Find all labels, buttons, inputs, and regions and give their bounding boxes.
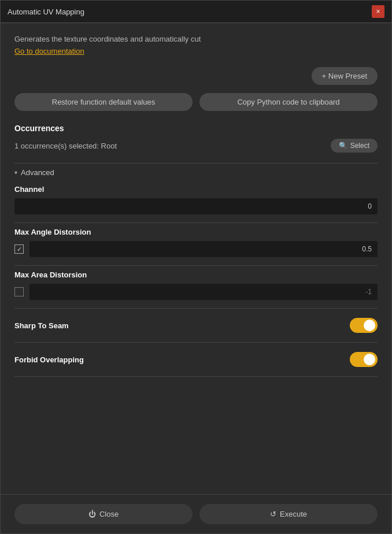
chevron-down-icon: ▾ [14, 169, 17, 176]
top-actions: + New Preset [14, 67, 378, 85]
divider-2 [14, 222, 378, 223]
max-area-slider-row: -1 [14, 284, 378, 300]
sharp-to-seam-label: Sharp To Seam [14, 321, 69, 330]
max-angle-checkbox[interactable] [14, 244, 24, 254]
forbid-overlapping-label: Forbid Overlapping [14, 355, 84, 364]
max-angle-label: Max Angle Distorsion [14, 228, 378, 236]
max-angle-slider-row: 0.5 [14, 241, 378, 257]
advanced-toggle[interactable]: ▾ Advanced [14, 168, 378, 177]
occurrences-text: 1 occurrence(s) selected: Root [14, 142, 117, 150]
max-area-slider-track[interactable]: -1 [29, 284, 378, 300]
forbid-overlapping-toggle[interactable] [350, 352, 378, 367]
divider-3 [14, 265, 378, 266]
window-title: Automatic UV Mapping [8, 8, 84, 16]
divider-6 [14, 376, 378, 377]
max-angle-slider-track[interactable]: 0.5 [29, 241, 378, 257]
forbid-overlapping-knob [364, 354, 375, 365]
channel-slider-track[interactable]: 0 [14, 198, 378, 214]
channel-slider-row: 0 [14, 198, 378, 214]
copy-python-button[interactable]: Copy Python code to clipboard [199, 93, 378, 111]
select-label: Select [350, 142, 369, 150]
max-area-checkbox[interactable] [14, 287, 24, 296]
documentation-link[interactable]: Go to documentation [14, 47, 378, 55]
search-icon: 🔍 [339, 142, 347, 150]
divider-1 [14, 163, 378, 164]
max-area-label: Max Area Distorsion [14, 270, 378, 279]
execute-button[interactable]: ↺ Execute [199, 504, 378, 524]
sharp-to-seam-toggle[interactable] [350, 318, 378, 333]
divider-4 [14, 308, 378, 309]
window-close-button[interactable]: × [372, 5, 384, 18]
restore-defaults-button[interactable]: Restore function default values [14, 93, 193, 111]
title-bar: Automatic UV Mapping × [1, 1, 391, 23]
max-area-value: -1 [365, 288, 372, 296]
new-preset-button[interactable]: + New Preset [312, 67, 378, 85]
occurrences-section-label: Occurrences [14, 124, 378, 133]
action-row: Restore function default values Copy Pyt… [14, 93, 378, 111]
occurrences-row: 1 occurrence(s) selected: Root 🔍 Select [14, 139, 378, 153]
divider-5 [14, 342, 378, 343]
main-window: Automatic UV Mapping × Generates the tex… [0, 0, 392, 534]
sharp-to-seam-knob [364, 320, 375, 331]
content-area: Generates the texture coordinates and au… [1, 23, 391, 494]
sharp-to-seam-row: Sharp To Seam [14, 313, 378, 338]
max-angle-value: 0.5 [362, 245, 372, 253]
power-icon: ⏻ [88, 510, 96, 518]
footer: ⏻ Close ↺ Execute [1, 494, 391, 533]
channel-label: Channel [14, 185, 378, 194]
close-label: Close [99, 510, 119, 518]
advanced-label: Advanced [21, 168, 54, 177]
close-button[interactable]: ⏻ Close [14, 504, 193, 524]
forbid-overlapping-row: Forbid Overlapping [14, 347, 378, 372]
select-button[interactable]: 🔍 Select [331, 139, 378, 153]
execute-label: Execute [280, 510, 307, 518]
description-text: Generates the texture coordinates and au… [14, 35, 378, 43]
refresh-icon: ↺ [270, 510, 276, 518]
channel-value: 0 [368, 202, 372, 210]
